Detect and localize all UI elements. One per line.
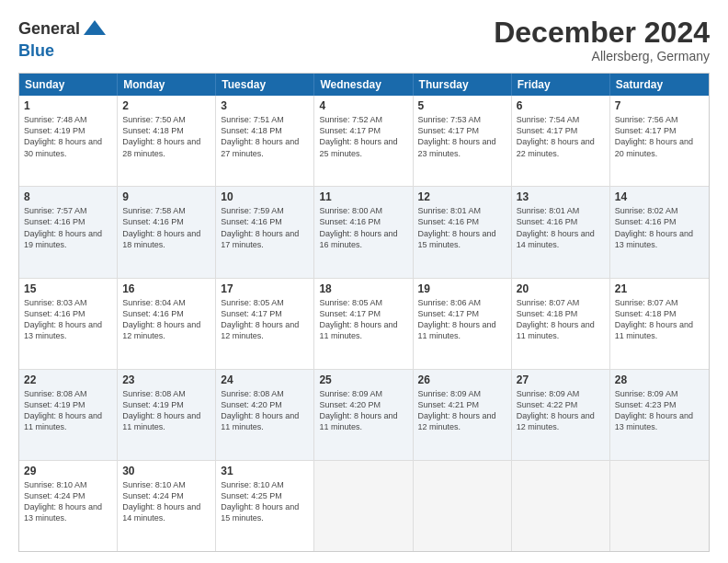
day-number: 31 — [221, 465, 309, 477]
logo-icon — [82, 17, 108, 42]
day-info: Sunrise: 7:57 AMSunset: 4:16 PMDaylight:… — [24, 205, 112, 250]
day-cell-18: 18Sunrise: 8:05 AMSunset: 4:17 PMDayligh… — [314, 279, 413, 369]
day-number: 6 — [517, 99, 605, 112]
day-cell-26: 26Sunrise: 8:09 AMSunset: 4:21 PMDayligh… — [414, 370, 512, 460]
day-info: Sunrise: 8:03 AMSunset: 4:16 PMDaylight:… — [24, 297, 112, 342]
day-cell-5: 5Sunrise: 7:53 AMSunset: 4:17 PMDaylight… — [414, 96, 512, 186]
day-cell-21: 21Sunrise: 8:07 AMSunset: 4:18 PMDayligh… — [610, 279, 709, 369]
week-row-5: 29Sunrise: 8:10 AMSunset: 4:24 PMDayligh… — [19, 461, 709, 551]
day-info: Sunrise: 8:01 AMSunset: 4:16 PMDaylight:… — [418, 205, 506, 250]
day-number: 15 — [24, 282, 112, 295]
day-cell-11: 11Sunrise: 8:00 AMSunset: 4:16 PMDayligh… — [314, 187, 413, 277]
day-cell-23: 23Sunrise: 8:08 AMSunset: 4:19 PMDayligh… — [118, 370, 216, 460]
day-info: Sunrise: 8:05 AMSunset: 4:17 PMDaylight:… — [221, 297, 309, 342]
day-number: 29 — [24, 465, 112, 477]
week-row-1: 1Sunrise: 7:48 AMSunset: 4:19 PMDaylight… — [19, 96, 709, 187]
day-info: Sunrise: 8:02 AMSunset: 4:16 PMDaylight:… — [615, 205, 704, 250]
week-row-4: 22Sunrise: 8:08 AMSunset: 4:19 PMDayligh… — [19, 370, 709, 461]
day-cell-6: 6Sunrise: 7:54 AMSunset: 4:17 PMDaylight… — [512, 96, 610, 186]
day-number: 9 — [122, 190, 210, 203]
day-number: 17 — [221, 282, 309, 295]
day-number: 7 — [615, 99, 704, 112]
day-info: Sunrise: 8:09 AMSunset: 4:21 PMDaylight:… — [418, 388, 506, 433]
empty-cell — [512, 461, 610, 551]
day-info: Sunrise: 8:01 AMSunset: 4:16 PMDaylight:… — [517, 205, 605, 250]
empty-cell — [610, 461, 709, 551]
day-info: Sunrise: 8:00 AMSunset: 4:16 PMDaylight:… — [319, 205, 407, 250]
day-number: 30 — [122, 465, 210, 477]
day-cell-12: 12Sunrise: 8:01 AMSunset: 4:16 PMDayligh… — [414, 187, 512, 277]
day-info: Sunrise: 8:08 AMSunset: 4:19 PMDaylight:… — [24, 388, 112, 433]
day-info: Sunrise: 7:50 AMSunset: 4:18 PMDaylight:… — [122, 114, 210, 159]
title-block: December 2024 Allersberg, Germany — [494, 17, 710, 63]
day-number: 2 — [122, 99, 210, 112]
day-cell-13: 13Sunrise: 8:01 AMSunset: 4:16 PMDayligh… — [512, 187, 610, 277]
day-cell-7: 7Sunrise: 7:56 AMSunset: 4:17 PMDaylight… — [610, 96, 709, 186]
day-cell-1: 1Sunrise: 7:48 AMSunset: 4:19 PMDaylight… — [19, 96, 118, 186]
day-info: Sunrise: 8:05 AMSunset: 4:17 PMDaylight:… — [319, 297, 407, 342]
day-info: Sunrise: 7:58 AMSunset: 4:16 PMDaylight:… — [122, 205, 210, 250]
day-info: Sunrise: 8:09 AMSunset: 4:22 PMDaylight:… — [517, 388, 605, 433]
day-number: 1 — [24, 99, 112, 112]
day-cell-25: 25Sunrise: 8:09 AMSunset: 4:20 PMDayligh… — [314, 370, 413, 460]
day-info: Sunrise: 7:48 AMSunset: 4:19 PMDaylight:… — [24, 114, 112, 159]
day-cell-27: 27Sunrise: 8:09 AMSunset: 4:22 PMDayligh… — [512, 370, 610, 460]
header-day-tuesday: Tuesday — [216, 74, 314, 96]
header-day-monday: Monday — [118, 74, 216, 96]
day-info: Sunrise: 8:10 AMSunset: 4:24 PMDaylight:… — [122, 479, 210, 524]
day-info: Sunrise: 8:04 AMSunset: 4:16 PMDaylight:… — [122, 297, 210, 342]
day-info: Sunrise: 8:10 AMSunset: 4:25 PMDaylight:… — [221, 479, 309, 524]
day-info: Sunrise: 8:06 AMSunset: 4:17 PMDaylight:… — [418, 297, 506, 342]
day-cell-2: 2Sunrise: 7:50 AMSunset: 4:18 PMDaylight… — [118, 96, 216, 186]
header: General Blue December 2024 Allersberg, G… — [18, 17, 710, 63]
calendar: SundayMondayTuesdayWednesdayThursdayFrid… — [18, 73, 710, 552]
day-number: 22 — [24, 373, 112, 386]
week-row-3: 15Sunrise: 8:03 AMSunset: 4:16 PMDayligh… — [19, 279, 709, 370]
day-number: 21 — [615, 282, 704, 295]
day-number: 26 — [418, 373, 506, 386]
day-info: Sunrise: 8:07 AMSunset: 4:18 PMDaylight:… — [615, 297, 704, 342]
day-info: Sunrise: 7:56 AMSunset: 4:17 PMDaylight:… — [615, 114, 704, 159]
empty-cell — [314, 461, 413, 551]
day-info: Sunrise: 8:07 AMSunset: 4:18 PMDaylight:… — [517, 297, 605, 342]
day-number: 13 — [517, 190, 605, 203]
day-number: 20 — [517, 282, 605, 295]
day-cell-3: 3Sunrise: 7:51 AMSunset: 4:18 PMDaylight… — [216, 96, 314, 186]
day-number: 8 — [24, 190, 112, 203]
day-number: 14 — [615, 190, 704, 203]
day-number: 16 — [122, 282, 210, 295]
day-info: Sunrise: 8:09 AMSunset: 4:23 PMDaylight:… — [615, 388, 704, 433]
week-row-2: 8Sunrise: 7:57 AMSunset: 4:16 PMDaylight… — [19, 187, 709, 278]
header-day-thursday: Thursday — [414, 74, 512, 96]
header-day-sunday: Sunday — [19, 74, 118, 96]
empty-cell — [414, 461, 512, 551]
logo: General Blue — [18, 17, 108, 61]
day-cell-28: 28Sunrise: 8:09 AMSunset: 4:23 PMDayligh… — [610, 370, 709, 460]
day-number: 24 — [221, 373, 309, 386]
day-cell-16: 16Sunrise: 8:04 AMSunset: 4:16 PMDayligh… — [118, 279, 216, 369]
day-info: Sunrise: 7:53 AMSunset: 4:17 PMDaylight:… — [418, 114, 506, 159]
day-number: 25 — [319, 373, 407, 386]
day-cell-31: 31Sunrise: 8:10 AMSunset: 4:25 PMDayligh… — [216, 461, 314, 551]
day-number: 19 — [418, 282, 506, 295]
day-number: 5 — [418, 99, 506, 112]
day-number: 18 — [319, 282, 407, 295]
day-number: 11 — [319, 190, 407, 203]
day-info: Sunrise: 8:09 AMSunset: 4:20 PMDaylight:… — [319, 388, 407, 433]
day-info: Sunrise: 8:08 AMSunset: 4:20 PMDaylight:… — [221, 388, 309, 433]
day-cell-29: 29Sunrise: 8:10 AMSunset: 4:24 PMDayligh… — [19, 461, 118, 551]
day-number: 4 — [319, 99, 407, 112]
svg-marker-0 — [84, 20, 106, 35]
day-info: Sunrise: 7:59 AMSunset: 4:16 PMDaylight:… — [221, 205, 309, 250]
header-day-friday: Friday — [512, 74, 610, 96]
day-cell-20: 20Sunrise: 8:07 AMSunset: 4:18 PMDayligh… — [512, 279, 610, 369]
day-info: Sunrise: 7:52 AMSunset: 4:17 PMDaylight:… — [319, 114, 407, 159]
month-title: December 2024 — [494, 17, 710, 49]
day-number: 12 — [418, 190, 506, 203]
logo-general: General — [18, 19, 80, 38]
day-cell-10: 10Sunrise: 7:59 AMSunset: 4:16 PMDayligh… — [216, 187, 314, 277]
day-number: 10 — [221, 190, 309, 203]
day-cell-8: 8Sunrise: 7:57 AMSunset: 4:16 PMDaylight… — [19, 187, 118, 277]
day-number: 23 — [122, 373, 210, 386]
day-cell-4: 4Sunrise: 7:52 AMSunset: 4:17 PMDaylight… — [314, 96, 413, 186]
